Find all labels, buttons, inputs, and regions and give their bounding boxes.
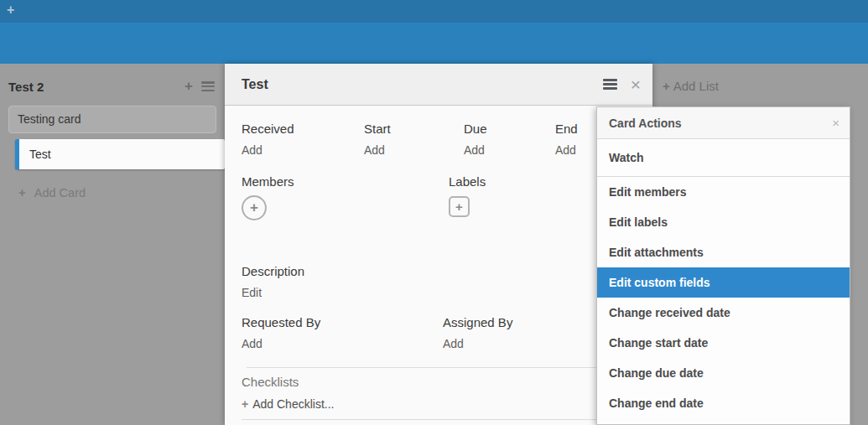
- card-actions-menu: Card Actions × Watch Edit members Edit l…: [596, 106, 850, 425]
- add-checklist-label: Add Checklist...: [252, 397, 334, 411]
- menu-item-edit-members[interactable]: Edit members: [597, 177, 850, 207]
- card-testing-card[interactable]: Testing card: [8, 106, 216, 133]
- plus-icon: +: [455, 200, 463, 214]
- dates-row: Received Add Start Add Due Add End Add: [242, 122, 652, 158]
- due-field: Due Add: [464, 122, 555, 158]
- board-header-bar: [0, 23, 868, 64]
- members-labels-row: Members + Labels +: [242, 174, 652, 220]
- requested-by-add-link[interactable]: Add: [242, 337, 262, 350]
- menu-item-watch[interactable]: Watch: [597, 139, 850, 177]
- card-detail-panel: Test × Received Add Start Add Due Add En…: [225, 64, 652, 425]
- description-edit-link[interactable]: Edit: [242, 286, 262, 299]
- description-field: Description Edit: [242, 264, 652, 300]
- add-list-button[interactable]: +Add List: [663, 79, 719, 93]
- card-actions-menu-icon[interactable]: [603, 79, 617, 90]
- add-board-icon[interactable]: +: [7, 3, 14, 18]
- list-test-2: Test 2 + Testing card Test +Add Card: [0, 64, 225, 200]
- members-label: Members: [242, 174, 449, 189]
- plus-icon: +: [250, 200, 258, 216]
- start-label: Start: [364, 122, 464, 136]
- start-field: Start Add: [364, 122, 464, 158]
- received-label: Received: [242, 122, 364, 136]
- list-menu-icon[interactable]: [201, 81, 215, 91]
- menu-item-change-received-date[interactable]: Change received date: [597, 298, 850, 328]
- requested-by-label: Requested By: [242, 315, 443, 329]
- description-label: Description: [242, 264, 652, 278]
- close-icon[interactable]: ×: [631, 75, 641, 93]
- menu-item-edit-labels[interactable]: Edit labels: [597, 207, 850, 237]
- requested-assigned-row: Requested By Add Assigned By Add: [242, 315, 652, 351]
- menu-item-change-start-date[interactable]: Change start date: [597, 328, 850, 358]
- list-title: Test 2: [8, 80, 185, 94]
- start-add-link[interactable]: Add: [364, 143, 385, 157]
- requested-by-field: Requested By Add: [242, 315, 443, 351]
- list-header: Test 2 +: [8, 78, 215, 95]
- add-card-label: Add Card: [34, 186, 86, 200]
- due-add-link[interactable]: Add: [464, 143, 485, 157]
- close-icon[interactable]: ×: [832, 117, 839, 129]
- end-add-link[interactable]: Add: [555, 143, 576, 157]
- plus-icon: +: [663, 79, 670, 93]
- add-list-label: Add List: [673, 79, 719, 93]
- list-add-card-icon[interactable]: +: [185, 78, 193, 95]
- received-field: Received Add: [242, 122, 364, 158]
- received-add-link[interactable]: Add: [242, 143, 262, 157]
- card-actions-menu-title: Card Actions: [609, 117, 832, 130]
- card-detail-header: Test ×: [225, 64, 652, 106]
- add-checklist-button[interactable]: +Add Checklist...: [242, 397, 652, 411]
- menu-item-edit-attachments[interactable]: Edit attachments: [597, 237, 850, 267]
- due-label: Due: [464, 122, 555, 136]
- plus-icon: +: [18, 185, 26, 200]
- assigned-by-add-link[interactable]: Add: [443, 337, 464, 350]
- menu-item-change-due-date[interactable]: Change due date: [597, 358, 850, 388]
- divider: [247, 367, 652, 368]
- menu-item-edit-custom-fields[interactable]: Edit custom fields: [597, 267, 850, 298]
- members-field: Members +: [242, 174, 449, 220]
- card-detail-title: Test: [242, 77, 603, 92]
- card-detail-body: Received Add Start Add Due Add End Add M…: [225, 122, 652, 420]
- menu-item-change-end-date[interactable]: Change end date: [597, 388, 850, 418]
- top-navigation-bar: +: [0, 0, 868, 23]
- add-card-button[interactable]: +Add Card: [18, 185, 225, 200]
- checklists-section-label: Checklists: [242, 375, 652, 389]
- add-member-button[interactable]: +: [242, 195, 267, 220]
- card-actions-menu-header: Card Actions ×: [597, 107, 850, 139]
- add-label-button[interactable]: +: [449, 196, 470, 217]
- card-test-selected[interactable]: Test: [15, 139, 225, 169]
- plus-icon: +: [242, 397, 248, 411]
- divider: [242, 419, 652, 420]
